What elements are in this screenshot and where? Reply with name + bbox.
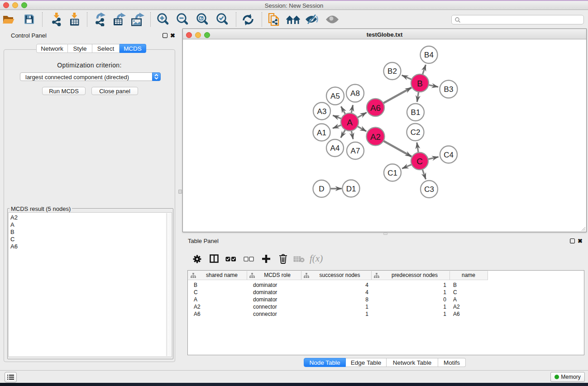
svg-text:A7: A7 [351, 147, 360, 155]
svg-text:C1: C1 [387, 169, 397, 177]
svg-text:D: D [319, 185, 324, 193]
svg-text:A1: A1 [317, 129, 326, 137]
svg-text:D1: D1 [346, 185, 356, 193]
svg-text:C2: C2 [411, 128, 421, 137]
svg-text:B1: B1 [411, 108, 421, 117]
svg-text:C: C [416, 157, 423, 166]
svg-text:A5: A5 [330, 92, 340, 100]
svg-text:A2: A2 [370, 132, 381, 142]
svg-text:A3: A3 [317, 107, 327, 116]
svg-text:A4: A4 [330, 144, 340, 152]
svg-text:B4: B4 [424, 51, 434, 59]
svg-text:C4: C4 [444, 151, 454, 159]
svg-text:B3: B3 [444, 85, 454, 94]
svg-text:C3: C3 [424, 185, 434, 194]
svg-text:A8: A8 [350, 89, 360, 98]
svg-text:A6: A6 [370, 103, 381, 113]
svg-text:B2: B2 [387, 67, 397, 76]
svg-text:A: A [347, 118, 353, 127]
svg-text:B: B [417, 79, 423, 88]
